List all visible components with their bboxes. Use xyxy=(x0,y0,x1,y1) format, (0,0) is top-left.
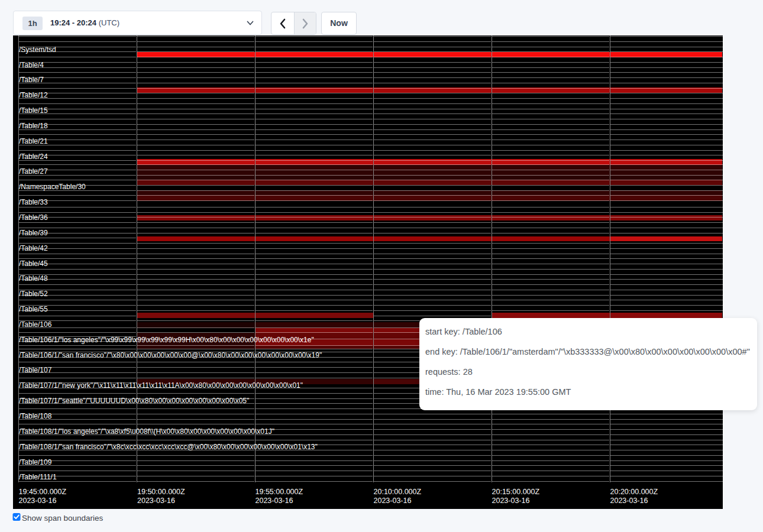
svg-text:/Table/106/1/"los angeles"/"\x: /Table/106/1/"los angeles"/"\x99\x99\x99… xyxy=(19,336,314,344)
svg-text:/Table/107/1/"new york"/"\x11\: /Table/107/1/"new york"/"\x11\x11\x11\x1… xyxy=(19,381,303,390)
svg-text:2023-03-16: 2023-03-16 xyxy=(19,497,57,505)
svg-text:/Table/106: /Table/106 xyxy=(19,320,52,329)
svg-text:/Table/21: /Table/21 xyxy=(19,137,48,145)
svg-text:19:50:00.000Z: 19:50:00.000Z xyxy=(137,488,185,496)
svg-text:/System/tsd: /System/tsd xyxy=(19,46,56,54)
svg-text:/Table/33: /Table/33 xyxy=(19,198,48,206)
svg-text:19:45:00.000Z: 19:45:00.000Z xyxy=(19,488,67,496)
svg-text:/Table/108/1/"los angeles"/"\x: /Table/108/1/"los angeles"/"\xa8\xf5\u00… xyxy=(19,427,274,436)
svg-text:19:55:00.000Z: 19:55:00.000Z xyxy=(256,488,303,496)
svg-text:2023-03-16: 2023-03-16 xyxy=(610,497,648,505)
svg-text:/Table/107/1/"seattle"/"UUUUUU: /Table/107/1/"seattle"/"UUUUUUD\x00\x80\… xyxy=(19,397,249,405)
svg-text:20:20:00.000Z: 20:20:00.000Z xyxy=(610,488,658,496)
svg-text:2023-03-16: 2023-03-16 xyxy=(374,497,412,505)
svg-text:/Table/42: /Table/42 xyxy=(19,244,48,252)
svg-text:/Table/108: /Table/108 xyxy=(19,412,52,420)
svg-text:/Table/108/1/"san francisco"/": /Table/108/1/"san francisco"/"\x8c\xcc\x… xyxy=(19,443,318,451)
svg-text:/Table/48: /Table/48 xyxy=(19,274,48,283)
svg-text:/Table/109: /Table/109 xyxy=(19,458,52,466)
svg-text:/Table/39: /Table/39 xyxy=(19,229,48,237)
svg-text:/Table/7: /Table/7 xyxy=(19,76,44,84)
svg-text:/Table/106/1/"san francisco"/": /Table/106/1/"san francisco"/"\x80\x00\x… xyxy=(19,351,322,359)
svg-text:/Table/111/1: /Table/111/1 xyxy=(19,473,57,481)
svg-text:/NamespaceTable/30: /NamespaceTable/30 xyxy=(19,183,86,191)
svg-text:20:15:00.000Z: 20:15:00.000Z xyxy=(492,488,540,496)
svg-text:2023-03-16: 2023-03-16 xyxy=(256,497,293,505)
svg-text:/Table/18: /Table/18 xyxy=(19,122,48,130)
svg-text:/Table/52: /Table/52 xyxy=(19,290,48,298)
svg-text:/Table/27: /Table/27 xyxy=(19,167,48,176)
svg-text:/Table/12: /Table/12 xyxy=(19,91,48,99)
svg-text:20:10:00.000Z: 20:10:00.000Z xyxy=(374,488,422,496)
svg-text:/Table/15: /Table/15 xyxy=(19,106,48,115)
svg-text:/Table/107: /Table/107 xyxy=(19,366,52,374)
svg-text:/Table/4: /Table/4 xyxy=(19,61,44,69)
svg-text:/Table/45: /Table/45 xyxy=(19,259,48,268)
svg-text:/Table/24: /Table/24 xyxy=(19,153,48,161)
svg-text:/Table/36: /Table/36 xyxy=(19,213,48,222)
svg-text:2023-03-16: 2023-03-16 xyxy=(137,497,175,505)
svg-text:/Table/55: /Table/55 xyxy=(19,305,48,313)
svg-text:2023-03-16: 2023-03-16 xyxy=(492,497,530,505)
